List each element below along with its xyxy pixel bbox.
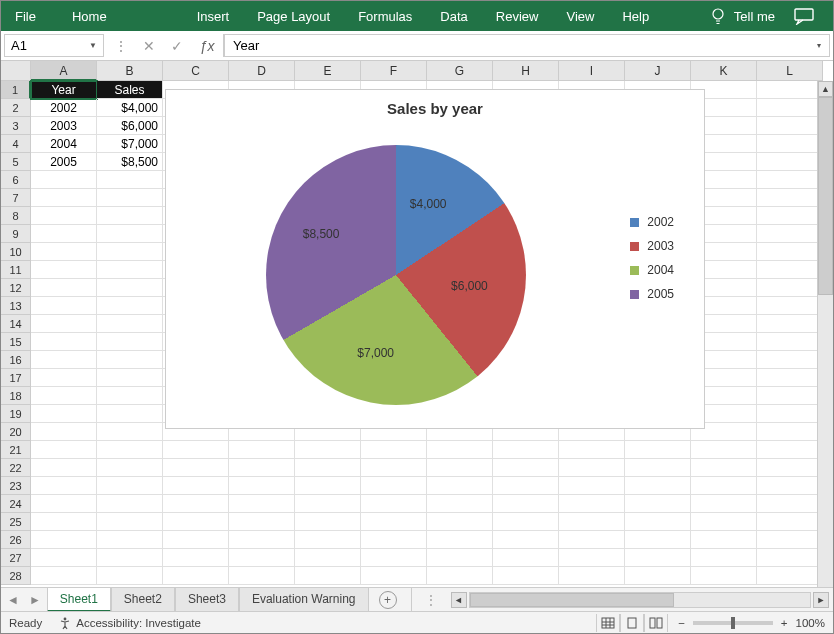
cell-E28[interactable] bbox=[295, 567, 361, 585]
page-layout-view-button[interactable] bbox=[620, 614, 644, 632]
cell-I24[interactable] bbox=[559, 495, 625, 513]
cell-B23[interactable] bbox=[97, 477, 163, 495]
vertical-scrollbar[interactable]: ▲ ▼ bbox=[817, 81, 833, 609]
cell-A21[interactable] bbox=[31, 441, 97, 459]
row-header-9[interactable]: 9 bbox=[1, 225, 31, 243]
cell-H21[interactable] bbox=[493, 441, 559, 459]
column-header-A[interactable]: A bbox=[31, 61, 97, 81]
cell-I28[interactable] bbox=[559, 567, 625, 585]
page-break-view-button[interactable] bbox=[644, 614, 668, 632]
cell-G22[interactable] bbox=[427, 459, 493, 477]
cell-A28[interactable] bbox=[31, 567, 97, 585]
cell-D28[interactable] bbox=[229, 567, 295, 585]
cell-H27[interactable] bbox=[493, 549, 559, 567]
cell-G27[interactable] bbox=[427, 549, 493, 567]
cell-L2[interactable] bbox=[757, 99, 823, 117]
cell-H23[interactable] bbox=[493, 477, 559, 495]
cell-L23[interactable] bbox=[757, 477, 823, 495]
enter-formula-button[interactable]: ✓ bbox=[163, 38, 191, 54]
cell-L21[interactable] bbox=[757, 441, 823, 459]
cell-L25[interactable] bbox=[757, 513, 823, 531]
cell-E27[interactable] bbox=[295, 549, 361, 567]
cell-F26[interactable] bbox=[361, 531, 427, 549]
ribbon-tab-data[interactable]: Data bbox=[426, 1, 481, 31]
cell-B12[interactable] bbox=[97, 279, 163, 297]
cell-B7[interactable] bbox=[97, 189, 163, 207]
cell-D21[interactable] bbox=[229, 441, 295, 459]
cell-C27[interactable] bbox=[163, 549, 229, 567]
cell-B16[interactable] bbox=[97, 351, 163, 369]
cell-A6[interactable] bbox=[31, 171, 97, 189]
cell-L11[interactable] bbox=[757, 261, 823, 279]
ribbon-tab-help[interactable]: Help bbox=[608, 1, 663, 31]
cell-H28[interactable] bbox=[493, 567, 559, 585]
cell-L16[interactable] bbox=[757, 351, 823, 369]
cell-I21[interactable] bbox=[559, 441, 625, 459]
column-header-D[interactable]: D bbox=[229, 61, 295, 81]
cell-K25[interactable] bbox=[691, 513, 757, 531]
cell-L22[interactable] bbox=[757, 459, 823, 477]
column-header-E[interactable]: E bbox=[295, 61, 361, 81]
cell-J21[interactable] bbox=[625, 441, 691, 459]
cell-B13[interactable] bbox=[97, 297, 163, 315]
row-header-4[interactable]: 4 bbox=[1, 135, 31, 153]
cell-L7[interactable] bbox=[757, 189, 823, 207]
cell-A1[interactable]: Year bbox=[31, 81, 97, 99]
cell-F24[interactable] bbox=[361, 495, 427, 513]
cell-F27[interactable] bbox=[361, 549, 427, 567]
next-sheet-button[interactable]: ► bbox=[29, 593, 41, 607]
cell-L27[interactable] bbox=[757, 549, 823, 567]
cell-C24[interactable] bbox=[163, 495, 229, 513]
cell-C26[interactable] bbox=[163, 531, 229, 549]
accessibility-status[interactable]: Accessibility: Investigate bbox=[58, 616, 201, 630]
cell-B22[interactable] bbox=[97, 459, 163, 477]
cancel-formula-button[interactable]: ✕ bbox=[135, 38, 163, 54]
cell-J27[interactable] bbox=[625, 549, 691, 567]
cell-C21[interactable] bbox=[163, 441, 229, 459]
cell-C22[interactable] bbox=[163, 459, 229, 477]
cell-C25[interactable] bbox=[163, 513, 229, 531]
ribbon-tab-page-layout[interactable]: Page Layout bbox=[243, 1, 344, 31]
row-header-24[interactable]: 24 bbox=[1, 495, 31, 513]
tell-me-search[interactable]: Tell me bbox=[710, 6, 833, 26]
cell-L6[interactable] bbox=[757, 171, 823, 189]
row-header-5[interactable]: 5 bbox=[1, 153, 31, 171]
cell-G21[interactable] bbox=[427, 441, 493, 459]
cell-E22[interactable] bbox=[295, 459, 361, 477]
cell-A10[interactable] bbox=[31, 243, 97, 261]
name-box[interactable]: A1 ▼ bbox=[4, 34, 104, 57]
row-header-28[interactable]: 28 bbox=[1, 567, 31, 585]
column-header-I[interactable]: I bbox=[559, 61, 625, 81]
ribbon-tab-review[interactable]: Review bbox=[482, 1, 553, 31]
ribbon-tab-insert[interactable]: Insert bbox=[183, 1, 244, 31]
row-header-15[interactable]: 15 bbox=[1, 333, 31, 351]
cell-E21[interactable] bbox=[295, 441, 361, 459]
scroll-left-button[interactable]: ◄ bbox=[451, 592, 467, 608]
cell-G28[interactable] bbox=[427, 567, 493, 585]
cell-A7[interactable] bbox=[31, 189, 97, 207]
cell-J24[interactable] bbox=[625, 495, 691, 513]
cell-A19[interactable] bbox=[31, 405, 97, 423]
zoom-in-button[interactable]: + bbox=[781, 617, 788, 629]
cell-I26[interactable] bbox=[559, 531, 625, 549]
cell-F28[interactable] bbox=[361, 567, 427, 585]
cell-E25[interactable] bbox=[295, 513, 361, 531]
cell-L26[interactable] bbox=[757, 531, 823, 549]
cell-A11[interactable] bbox=[31, 261, 97, 279]
cell-A20[interactable] bbox=[31, 423, 97, 441]
ribbon-tab-view[interactable]: View bbox=[552, 1, 608, 31]
ribbon-tab-home[interactable]: Home bbox=[54, 1, 125, 31]
row-header-20[interactable]: 20 bbox=[1, 423, 31, 441]
cell-A4[interactable]: 2004 bbox=[31, 135, 97, 153]
cell-K22[interactable] bbox=[691, 459, 757, 477]
cell-F21[interactable] bbox=[361, 441, 427, 459]
row-header-27[interactable]: 27 bbox=[1, 549, 31, 567]
cell-B3[interactable]: $6,000 bbox=[97, 117, 163, 135]
zoom-out-button[interactable]: − bbox=[678, 617, 685, 629]
cell-K21[interactable] bbox=[691, 441, 757, 459]
row-header-2[interactable]: 2 bbox=[1, 99, 31, 117]
zoom-knob[interactable] bbox=[731, 617, 735, 629]
cell-F25[interactable] bbox=[361, 513, 427, 531]
hscroll-thumb[interactable] bbox=[470, 593, 674, 607]
cell-K23[interactable] bbox=[691, 477, 757, 495]
